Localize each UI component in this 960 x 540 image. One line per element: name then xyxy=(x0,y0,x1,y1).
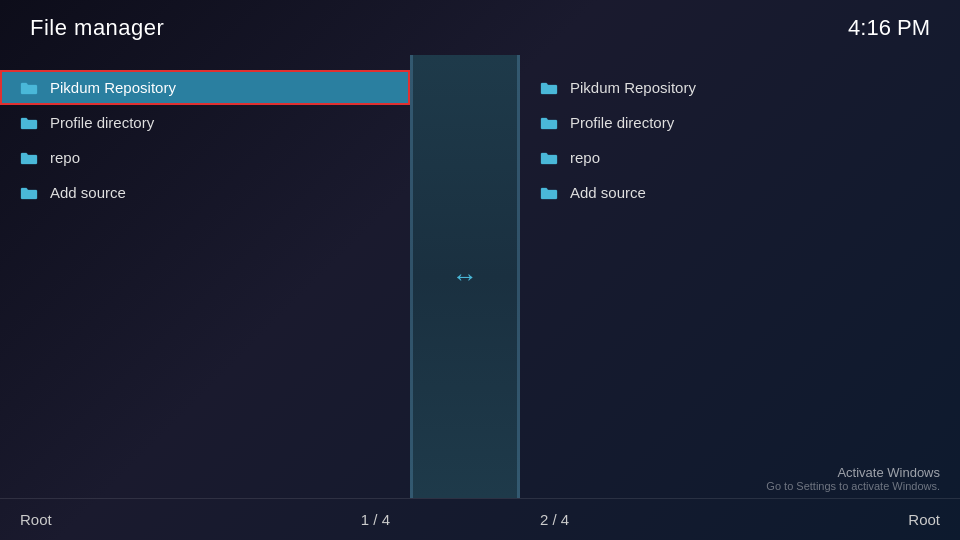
list-item[interactable]: Profile directory xyxy=(0,105,410,140)
left-location: Root xyxy=(20,511,52,528)
item-label: Profile directory xyxy=(50,114,154,131)
list-item[interactable]: Profile directory xyxy=(520,105,960,140)
item-label: Pikdum Repository xyxy=(570,79,696,96)
right-page: 2 / 4 xyxy=(540,511,569,528)
folder-icon xyxy=(540,116,558,130)
activate-windows-notice: Activate Windows Go to Settings to activ… xyxy=(766,465,940,492)
header: File manager 4:16 PM xyxy=(0,0,960,55)
list-item[interactable]: Add source xyxy=(0,175,410,210)
item-label: Add source xyxy=(50,184,126,201)
folder-icon xyxy=(20,81,38,95)
folder-icon xyxy=(540,151,558,165)
footer-left: Root 1 / 4 xyxy=(0,511,410,528)
item-label: Profile directory xyxy=(570,114,674,131)
right-location: Root xyxy=(908,511,940,528)
activate-windows-title: Activate Windows xyxy=(766,465,940,480)
item-label: Pikdum Repository xyxy=(50,79,176,96)
folder-icon xyxy=(20,116,38,130)
footer: Root 1 / 4 2 / 4 Root xyxy=(0,498,960,540)
left-panel: Pikdum Repository Profile directory repo xyxy=(0,55,410,498)
folder-icon xyxy=(20,186,38,200)
list-item[interactable]: repo xyxy=(520,140,960,175)
panel-divider: ↔ xyxy=(410,55,520,498)
footer-right: 2 / 4 Root xyxy=(520,511,960,528)
folder-icon xyxy=(540,81,558,95)
swap-arrows-icon: ↔ xyxy=(452,261,478,292)
main-content: Pikdum Repository Profile directory repo xyxy=(0,55,960,498)
app-title: File manager xyxy=(30,15,164,41)
list-item[interactable]: Pikdum Repository xyxy=(520,70,960,105)
activate-windows-subtitle: Go to Settings to activate Windows. xyxy=(766,480,940,492)
clock: 4:16 PM xyxy=(848,15,930,41)
item-label: repo xyxy=(570,149,600,166)
list-item[interactable]: Pikdum Repository xyxy=(0,70,410,105)
list-item[interactable]: repo xyxy=(0,140,410,175)
item-label: Add source xyxy=(570,184,646,201)
right-panel: Pikdum Repository Profile directory repo xyxy=(520,55,960,498)
item-label: repo xyxy=(50,149,80,166)
left-page: 1 / 4 xyxy=(361,511,390,528)
folder-icon xyxy=(20,151,38,165)
list-item[interactable]: Add source xyxy=(520,175,960,210)
folder-icon xyxy=(540,186,558,200)
